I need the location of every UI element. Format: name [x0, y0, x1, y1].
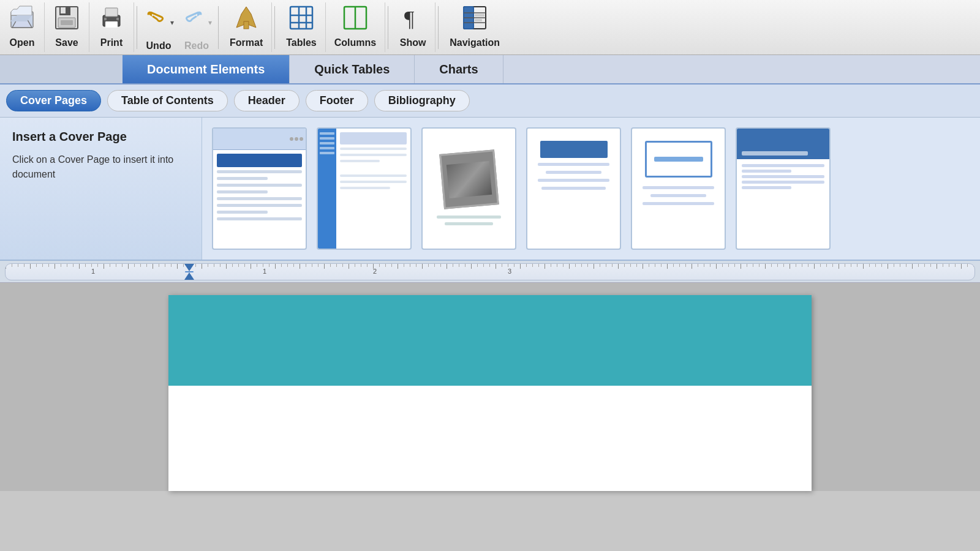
redo-label: Redo: [184, 40, 209, 51]
redo-arrow: ▾: [208, 18, 212, 27]
tab-triangle-bot: [184, 272, 194, 280]
undo-button[interactable]: ▾ Undo: [140, 0, 178, 55]
tables-icon: [288, 4, 315, 35]
svg-rect-9: [104, 18, 107, 20]
print-button[interactable]: Print: [89, 2, 134, 52]
ruler-num-2: 2: [373, 268, 377, 275]
tab-stop-marker[interactable]: [183, 264, 195, 280]
open-icon: [9, 4, 36, 35]
ruler-num-1b: 1: [263, 268, 266, 275]
tab-document-elements[interactable]: Document Elements: [123, 55, 290, 83]
toolbar: Open Save Print: [0, 0, 980, 55]
subtab-footer[interactable]: Footer: [306, 90, 368, 111]
document-area: [0, 283, 980, 491]
navigation-label: Navigation: [450, 37, 500, 48]
sep3: [274, 6, 275, 49]
ruler-container: 1 1 2 3: [0, 261, 980, 283]
columns-button[interactable]: Columns: [326, 2, 385, 52]
show-button[interactable]: ¶ Show: [391, 2, 435, 52]
cover-templates: [202, 118, 980, 260]
redo-icon: [181, 8, 206, 36]
subtabs: Cover Pages Table of Contents Header Foo…: [0, 84, 980, 118]
subtab-bibliography[interactable]: Bibliography: [374, 90, 470, 111]
tab-quick-tables[interactable]: Quick Tables: [290, 55, 415, 83]
tables-button[interactable]: Tables: [277, 2, 326, 52]
print-icon: [98, 4, 125, 35]
cover-title: Insert a Cover Page: [12, 130, 189, 144]
ruler: 1 1 2 3: [5, 263, 975, 280]
document-teal-header: [168, 295, 812, 386]
cover-template-6[interactable]: [736, 127, 831, 250]
save-button[interactable]: Save: [45, 2, 89, 52]
navigation-button[interactable]: Navigation: [441, 2, 508, 52]
cover-template-5[interactable]: [631, 127, 726, 250]
svg-text:¶: ¶: [404, 7, 414, 31]
svg-rect-3: [61, 7, 66, 13]
undo-label: Undo: [146, 40, 172, 51]
subtab-table-of-contents[interactable]: Table of Contents: [107, 90, 228, 111]
format-button[interactable]: Format: [221, 2, 272, 52]
columns-label: Columns: [334, 37, 376, 48]
subtab-header[interactable]: Header: [234, 90, 300, 111]
tab-charts[interactable]: Charts: [415, 55, 503, 83]
redo-button[interactable]: ▾ Redo: [178, 0, 216, 55]
cover-template-2[interactable]: [317, 127, 412, 250]
svg-rect-10: [116, 18, 119, 20]
sep2: [218, 6, 219, 49]
tables-label: Tables: [286, 37, 317, 48]
open-label: Open: [10, 37, 35, 48]
ribbon-spacer: [0, 55, 123, 83]
sep5: [438, 6, 439, 49]
svg-rect-5: [61, 20, 73, 25]
columns-icon: [342, 4, 369, 35]
svg-rect-27: [475, 19, 482, 21]
format-label: Format: [230, 37, 263, 48]
subtab-cover-pages[interactable]: Cover Pages: [6, 90, 101, 111]
tab-triangle-top: [184, 264, 194, 271]
cover-template-3[interactable]: [421, 127, 516, 250]
show-icon: ¶: [399, 4, 426, 35]
svg-rect-26: [475, 14, 484, 17]
print-label: Print: [100, 37, 123, 48]
ribbon-tabs: Document Elements Quick Tables Charts: [0, 55, 980, 84]
show-label: Show: [400, 37, 426, 48]
document-page: [168, 295, 812, 491]
svg-rect-12: [244, 21, 249, 29]
cover-desc: Click on a Cover Page to insert it into …: [12, 152, 189, 182]
ruler-num-1: 1: [91, 268, 95, 275]
cover-section: Insert a Cover Page Click on a Cover Pag…: [0, 118, 980, 261]
open-button[interactable]: Open: [0, 2, 45, 52]
svg-rect-7: [105, 21, 118, 28]
sep1: [137, 6, 137, 49]
format-icon: [233, 4, 260, 35]
save-icon: [53, 4, 80, 35]
sep4: [388, 6, 388, 49]
navigation-icon: [461, 4, 488, 35]
ruler-num-3: 3: [508, 268, 511, 275]
undo-icon: [143, 8, 168, 36]
undo-arrow: ▾: [170, 18, 174, 27]
svg-rect-13: [290, 7, 312, 29]
svg-rect-8: [105, 8, 118, 17]
cover-template-1[interactable]: [212, 127, 307, 250]
cover-template-4[interactable]: [526, 127, 621, 250]
ruler-ticks-large: [6, 264, 974, 280]
save-label: Save: [55, 37, 78, 48]
cover-description: Insert a Cover Page Click on a Cover Pag…: [0, 118, 202, 260]
